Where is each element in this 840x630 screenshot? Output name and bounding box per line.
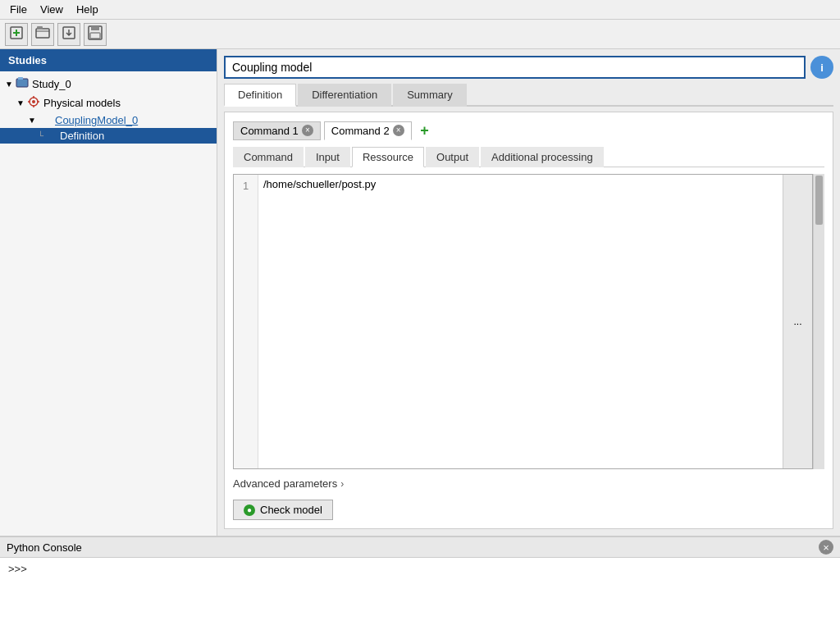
- info-icon: i: [820, 62, 824, 74]
- save-icon: [88, 25, 103, 43]
- command-tabs: Command 1 × Command 2 × +: [233, 121, 824, 140]
- sidebar-header: Studies: [0, 49, 217, 71]
- command-tab-2[interactable]: Command 2 ×: [324, 121, 412, 140]
- check-model-icon: ●: [244, 504, 255, 516]
- tab-definition[interactable]: Definition: [224, 84, 296, 107]
- resource-path: /home/schueller/post.py: [263, 178, 376, 190]
- check-model-section: ● Check model: [233, 498, 824, 520]
- couplingmodel-label: CouplingModel_0: [55, 114, 217, 126]
- import-icon: [62, 25, 76, 43]
- sidebar-item-study0[interactable]: ▼ Study_0: [0, 75, 217, 94]
- menu-help[interactable]: Help: [70, 2, 105, 17]
- scrollbar-thumb: [815, 176, 823, 225]
- svg-rect-8: [90, 33, 100, 39]
- resource-wrapper: 1 /home/schueller/post.py ...: [233, 174, 824, 469]
- command2-label: Command 2: [331, 125, 390, 137]
- add-command-button[interactable]: +: [415, 121, 435, 140]
- study0-label: Study_0: [32, 78, 217, 90]
- console-close-button[interactable]: ×: [819, 540, 833, 555]
- check-model-button[interactable]: ● Check model: [233, 500, 333, 520]
- physmodels-arrow: ▼: [15, 98, 26, 107]
- sub-tab-input[interactable]: Input: [305, 147, 350, 167]
- svg-point-12: [32, 100, 35, 103]
- definition-label: Definition: [60, 130, 217, 142]
- new-button[interactable]: [5, 23, 28, 46]
- definition-connector: └: [38, 131, 46, 140]
- import-button[interactable]: [57, 23, 80, 46]
- command2-close-button[interactable]: ×: [393, 125, 404, 136]
- menu-file[interactable]: File: [3, 2, 34, 17]
- advanced-params-label: Advanced parameters: [233, 477, 337, 490]
- python-console: Python Console × >>>: [0, 536, 840, 630]
- toolbar: [0, 20, 840, 49]
- svg-rect-4: [37, 26, 43, 30]
- couplingmodel-arrow: ▼: [26, 116, 38, 125]
- tab-summary[interactable]: Summary: [393, 84, 467, 107]
- physmodels-icon: [26, 95, 41, 111]
- advanced-params-arrow-icon: ›: [340, 478, 344, 490]
- command-tab-1[interactable]: Command 1 ×: [233, 121, 321, 140]
- save-button[interactable]: [84, 23, 107, 46]
- main-area: Studies ▼ Study_0 ▼ Physical models: [0, 49, 840, 536]
- command1-label: Command 1: [240, 125, 299, 137]
- sidebar: Studies ▼ Study_0 ▼ Physical models: [0, 49, 217, 536]
- title-row: i: [224, 56, 833, 79]
- main-tab-bar: Definition Differentiation Summary: [224, 84, 833, 107]
- sidebar-item-definition[interactable]: └ Definition: [0, 128, 217, 144]
- code-input-area[interactable]: /home/schueller/post.py: [258, 175, 783, 468]
- svg-rect-3: [36, 29, 49, 38]
- svg-rect-10: [18, 77, 23, 80]
- sub-tab-command[interactable]: Command: [233, 147, 304, 167]
- vertical-scrollbar[interactable]: [813, 174, 824, 469]
- sub-tab-bar: Command Input Ressource Output Additiona…: [233, 147, 824, 167]
- open-button[interactable]: [31, 23, 54, 46]
- menu-view[interactable]: View: [34, 2, 70, 17]
- study0-arrow: ▼: [3, 80, 15, 89]
- console-header: Python Console ×: [0, 537, 840, 558]
- advanced-params[interactable]: Advanced parameters ›: [233, 476, 824, 491]
- sub-tab-additional[interactable]: Additional processing: [481, 147, 604, 167]
- svg-rect-7: [91, 26, 99, 30]
- info-button[interactable]: i: [810, 56, 833, 79]
- tab-differentiation[interactable]: Differentiation: [298, 84, 391, 107]
- open-icon: [35, 25, 50, 43]
- console-body[interactable]: >>>: [0, 558, 840, 630]
- new-icon: [9, 25, 24, 43]
- model-title-input[interactable]: [224, 56, 806, 79]
- line-number-1: 1: [240, 178, 252, 194]
- resource-content: 1 /home/schueller/post.py ...: [233, 174, 813, 469]
- check-model-label: Check model: [260, 504, 322, 516]
- inner-box: Command 1 × Command 2 × + Command Input …: [224, 112, 833, 529]
- study0-icon: [15, 76, 30, 92]
- menubar: File View Help: [0, 0, 840, 20]
- console-title: Python Console: [7, 541, 82, 554]
- console-prompt: >>>: [8, 563, 27, 575]
- line-numbers: 1: [234, 175, 258, 468]
- close-icon: ×: [823, 541, 829, 554]
- sidebar-item-physmodels[interactable]: ▼ Physical models: [0, 94, 217, 112]
- svg-rect-9: [16, 79, 28, 87]
- command1-close-button[interactable]: ×: [302, 125, 313, 136]
- physmodels-label: Physical models: [43, 97, 217, 109]
- sidebar-item-couplingmodel[interactable]: ▼ CouplingModel_0: [0, 112, 217, 128]
- sub-tab-ressource[interactable]: Ressource: [352, 147, 424, 167]
- browse-button[interactable]: ...: [783, 175, 812, 468]
- sub-tab-output[interactable]: Output: [426, 147, 479, 167]
- content-pane: i Definition Differentiation Summary Com…: [217, 49, 840, 536]
- sidebar-tree: ▼ Study_0 ▼ Physical models ▼ C: [0, 71, 217, 536]
